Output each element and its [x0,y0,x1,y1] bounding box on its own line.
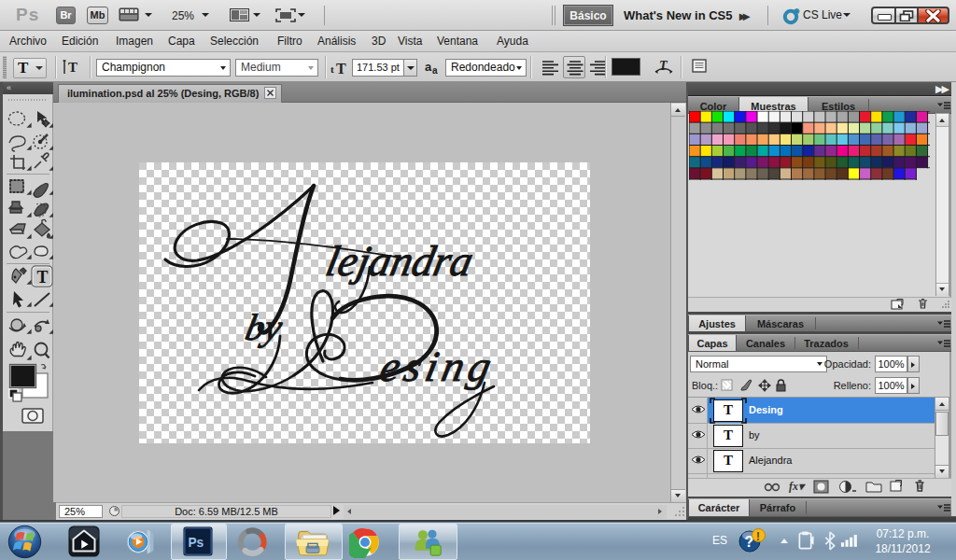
svg-text:T: T [659,59,668,73]
svg-text:T: T [37,268,49,287]
svg-text:t: t [330,63,334,75]
svg-text:!: ! [756,530,760,543]
svg-text:a: a [425,60,432,74]
svg-text:a: a [432,65,438,76]
svg-text:T: T [336,61,346,77]
svg-text:T: T [68,60,77,75]
svg-text:esing: esing [376,343,500,389]
svg-text:lejandra: lejandra [322,237,478,284]
svg-text:Ps: Ps [188,536,204,550]
